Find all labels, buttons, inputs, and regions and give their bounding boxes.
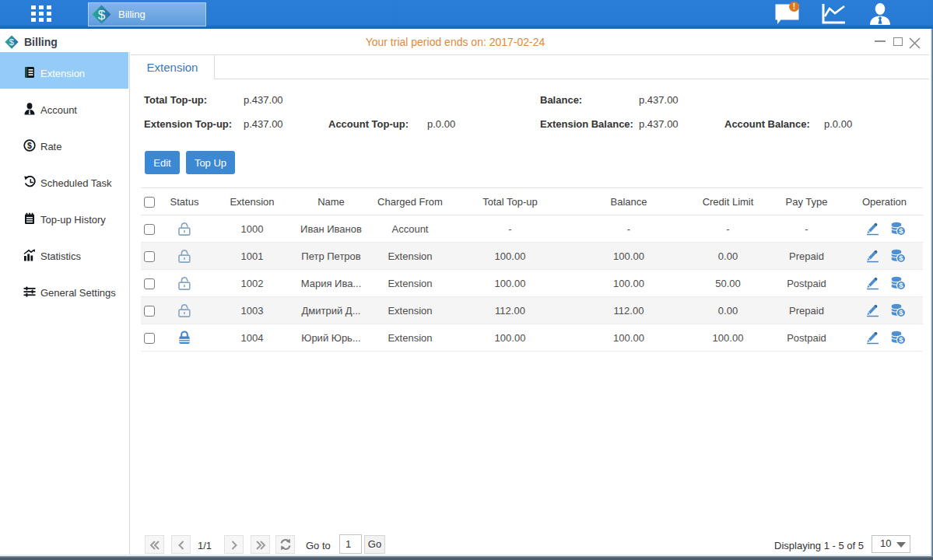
svg-text:$: $ [27, 141, 32, 150]
svg-text:$: $ [98, 7, 106, 23]
